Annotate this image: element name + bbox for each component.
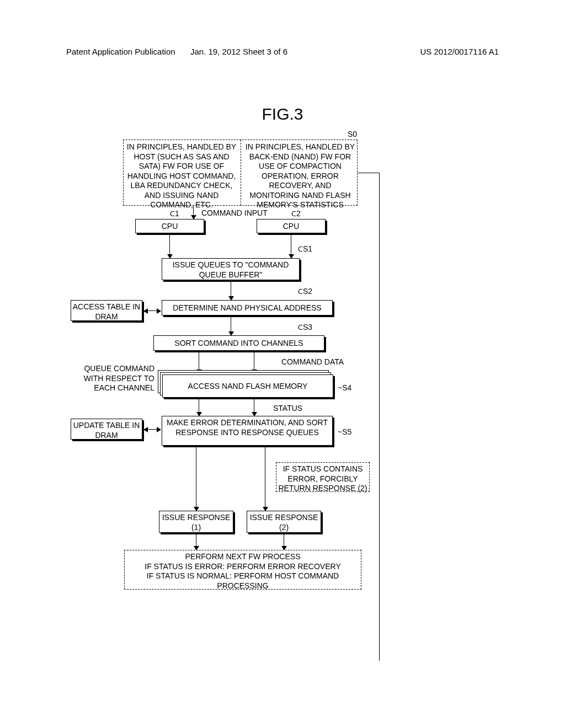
s0-right-text: IN PRINCIPLES, HANDLED BY BACK-END (NAND… <box>245 142 355 210</box>
final-line2: IF STATUS IS ERROR: PERFORM ERROR RECOVE… <box>128 562 358 572</box>
label-s2: ᑕS2 <box>298 287 312 296</box>
resp1-box: ISSUE RESPONSE (1) <box>159 511 233 533</box>
arrow-r2-fin <box>284 534 284 550</box>
final-box: PERFORM NEXT FW PROCESS IF STATUS IS ERR… <box>124 550 361 590</box>
s2-box: DETERMINE NAND PHYSICAL ADDRESS <box>162 300 333 315</box>
arrow-s4-s5-a <box>199 399 199 416</box>
access-table-box: ACCESS TABLE IN DRAM <box>71 300 142 321</box>
arrow-access-s2 <box>144 311 161 311</box>
arrow-s5-r2 <box>265 447 265 511</box>
arrow-cmd-input <box>193 206 194 219</box>
label-s1: ᑕS1 <box>298 244 312 253</box>
final-line1: PERFORM NEXT FW PROCESS <box>128 552 358 562</box>
header-left: Patent Application Publication <box>66 47 175 56</box>
label-s3: ᑕS3 <box>298 323 312 331</box>
arrow-s4-s5-b <box>254 399 254 416</box>
arrow-cpu2-s1 <box>291 235 291 258</box>
figure-title: FIG.3 <box>0 105 565 124</box>
label-command-data: COMMAND DATA <box>281 357 344 366</box>
label-s4: ~S4 <box>338 383 351 392</box>
update-table-box: UPDATE TABLE IN DRAM <box>71 419 142 440</box>
s0-divider <box>241 140 241 205</box>
arrow-update-s5 <box>144 429 161 430</box>
arrow-s1-s2 <box>231 282 231 300</box>
label-s5: ~S5 <box>338 427 351 436</box>
arrow-s5-r1 <box>196 447 196 511</box>
ref-1: ᑕ1 <box>170 209 179 218</box>
s4-box: ACCESS NAND FLASH MEMORY <box>162 374 333 398</box>
error-note: IF STATUS CONTAINS ERROR, FORCIBLY RETUR… <box>276 462 370 492</box>
arrow-cpu1-s1 <box>169 235 170 258</box>
resp2-box: ISSUE RESPONSE (2) <box>247 511 321 533</box>
final-line3: IF STATUS IS NORMAL: PERFORM HOST COMMAN… <box>128 571 358 591</box>
header-mid: Jan. 19, 2012 Sheet 3 of 6 <box>190 47 287 56</box>
s1-box: ISSUE QUEUES TO "COMMAND QUEUE BUFFER" <box>162 258 300 280</box>
s5-box: MAKE ERROR DETERMINATION, AND SORT RESPO… <box>162 416 333 446</box>
flowchart-diagram: S0 IN PRINCIPLES, HANDLED BY HOST (SUCH … <box>77 135 486 687</box>
label-command-input: COMMAND INPUT <box>201 208 268 217</box>
s0-box: IN PRINCIPLES, HANDLED BY HOST (SUCH AS … <box>123 140 358 206</box>
arrow-s2-s3 <box>231 317 231 335</box>
label-s0: S0 <box>348 130 357 138</box>
ref-2: ᑕ2 <box>291 209 301 218</box>
cpu1-box: CPU <box>135 219 204 233</box>
header-right: US 2012/0017116 A1 <box>420 47 499 56</box>
label-queue-cmd: QUEUE COMMAND WITH RESPECT TO EACH CHANN… <box>66 364 154 393</box>
s0-left-text: IN PRINCIPLES, HANDLED BY HOST (SUCH AS … <box>126 142 237 210</box>
s3-box: SORT COMMAND INTO CHANNELS <box>153 335 324 351</box>
arrow-r1-fin <box>196 534 196 550</box>
cpu2-box: CPU <box>257 219 326 233</box>
label-status: STATUS <box>273 404 302 413</box>
